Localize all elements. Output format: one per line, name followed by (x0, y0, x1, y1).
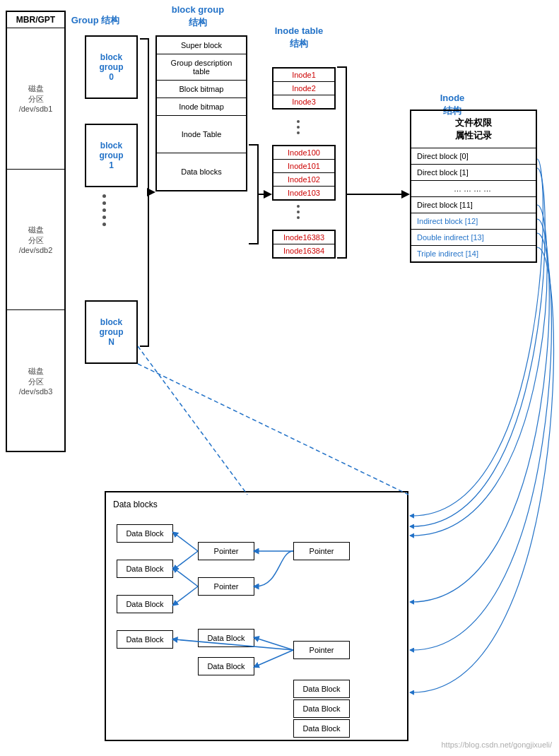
inode16384: Inode16384 (273, 244, 334, 257)
block-group-1: blockgroup1 (85, 124, 138, 187)
inode-dots-2 (297, 205, 300, 219)
block-group-n: blockgroupN (85, 300, 138, 364)
inode-table-label: Inode table结构 (267, 25, 331, 50)
mbr-box: MBR/GPT 磁盘 分区 /dev/sdb1 磁盘 分区 /dev/sdb2 … (6, 11, 66, 452)
direct-block-11: Direct block [11] (411, 197, 536, 213)
block-group-0: blockgroup0 (85, 35, 138, 99)
pointer-3: Pointer (293, 542, 350, 560)
group-struct-label: Group 结构 (71, 14, 120, 27)
diagram: MBR/GPT 磁盘 分区 /dev/sdb1 磁盘 分区 /dev/sdb2 … (0, 0, 559, 756)
pointer-2: Pointer (198, 577, 254, 596)
block-group-dots (102, 194, 106, 226)
svg-line-1 (175, 551, 198, 569)
data-block-9: Data Block (293, 719, 350, 738)
inode16383: Inode16383 (273, 231, 334, 244)
bg-block-bitmap: Block bitmap (157, 81, 246, 98)
data-block-4: Data Block (117, 630, 173, 649)
bg-superblock: Super block (157, 37, 246, 54)
watermark: https://blog.csdn.net/gongjixueli/ (441, 740, 552, 749)
mbr-label: MBR/GPT (7, 12, 64, 28)
inode-dots-1 (297, 120, 300, 134)
svg-line-5 (256, 638, 293, 650)
bg-detail-box: Super block Group descriptiontable Block… (155, 35, 247, 191)
inode-table-top: Inode1 Inode2 Inode3 (272, 67, 336, 110)
svg-line-11 (138, 346, 247, 495)
bg-group-desc: Group descriptiontable (157, 54, 246, 81)
inode-struct-box: 文件权限属性记录 Direct block [0] Direct block [… (410, 110, 537, 263)
disk-partition-3: 磁盘 分区 /dev/sdb3 (7, 310, 64, 451)
indirect-block-12: Indirect block [12] (411, 213, 536, 230)
direct-block-dots: ………… (411, 181, 536, 197)
data-block-8: Data Block (293, 699, 350, 718)
inode-struct-header: 文件权限属性记录 (411, 111, 536, 148)
direct-block-0: Direct block [0] (411, 148, 536, 165)
svg-line-6 (256, 650, 293, 666)
data-blocks-section: Data blocks Data Block Data Block Data B… (105, 491, 408, 741)
bg-data-blocks: Data blocks (157, 153, 246, 190)
data-blocks-title: Data blocks (113, 500, 400, 509)
svg-line-3 (175, 586, 198, 604)
inode-table-mid: Inode100 Inode101 Inode102 Inode103 (272, 145, 336, 201)
double-indirect-13: Double indirect [13] (411, 230, 536, 246)
inode100: Inode100 (273, 146, 334, 160)
pointer-1: Pointer (198, 542, 254, 560)
inode3: Inode3 (273, 95, 334, 108)
internal-arrows (113, 514, 400, 733)
svg-line-12 (138, 364, 408, 495)
bg-inode-table: Inode Table (157, 116, 246, 153)
db-layout: Data Block Data Block Data Block Data Bl… (113, 514, 400, 733)
pointer-4: Pointer (293, 641, 350, 659)
svg-line-2 (175, 569, 198, 586)
bg-struct-label: block group结构 (152, 4, 244, 29)
data-block-1: Data Block (117, 524, 173, 543)
data-block-7: Data Block (293, 680, 350, 698)
bg-inode-bitmap: Inode bitmap (157, 98, 246, 116)
data-block-6: Data Block (198, 657, 254, 675)
svg-line-0 (175, 533, 198, 551)
data-block-5: Data Block (198, 629, 254, 647)
disk-partition-1: 磁盘 分区 /dev/sdb1 (7, 28, 64, 170)
inode101: Inode101 (273, 160, 334, 173)
inode1: Inode1 (273, 69, 334, 82)
data-block-2: Data Block (117, 560, 173, 578)
inode102: Inode102 (273, 173, 334, 187)
triple-indirect-14: Triple indirect [14] (411, 246, 536, 261)
inode2: Inode2 (273, 82, 334, 95)
disk-partition-2: 磁盘 分区 /dev/sdb2 (7, 170, 64, 311)
inode103: Inode103 (273, 187, 334, 199)
inode-table-bot: Inode16383 Inode16384 (272, 230, 336, 259)
data-block-3: Data Block (117, 595, 173, 613)
direct-block-1: Direct block [1] (411, 165, 536, 181)
